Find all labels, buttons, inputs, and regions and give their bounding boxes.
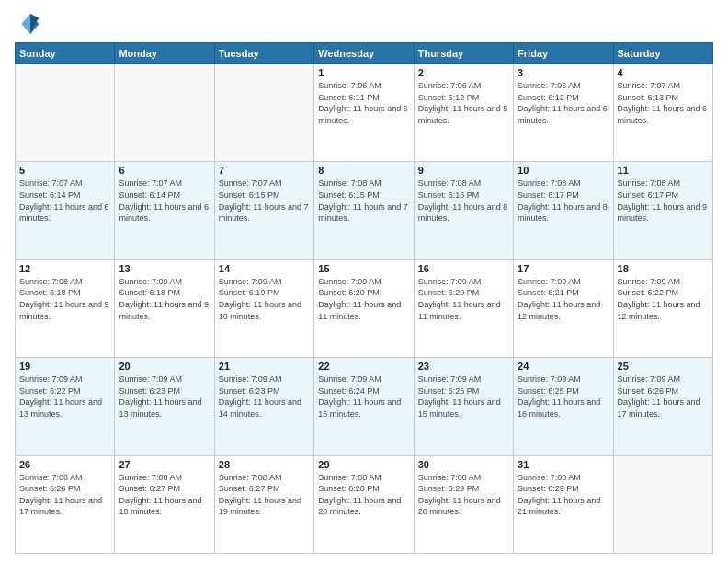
- header: [15, 11, 713, 37]
- day-info: Sunrise: 7:07 AM Sunset: 6:14 PM Dayligh…: [19, 178, 110, 224]
- day-number: 29: [318, 459, 409, 470]
- calendar-cell: 9Sunrise: 7:08 AM Sunset: 6:16 PM Daylig…: [414, 162, 513, 259]
- day-info: Sunrise: 7:06 AM Sunset: 6:12 PM Dayligh…: [418, 80, 509, 126]
- calendar-cell: 24Sunrise: 7:09 AM Sunset: 6:25 PM Dayli…: [514, 358, 613, 455]
- day-info: Sunrise: 7:08 AM Sunset: 6:17 PM Dayligh…: [618, 178, 709, 224]
- day-number: 17: [518, 263, 609, 274]
- day-info: Sunrise: 7:09 AM Sunset: 6:20 PM Dayligh…: [418, 276, 509, 322]
- day-info: Sunrise: 7:08 AM Sunset: 6:16 PM Dayligh…: [418, 178, 509, 224]
- day-number: 7: [219, 165, 310, 176]
- day-number: 22: [318, 361, 409, 372]
- calendar-cell: 18Sunrise: 7:09 AM Sunset: 6:22 PM Dayli…: [613, 259, 712, 357]
- day-number: 13: [119, 263, 210, 274]
- day-info: Sunrise: 7:09 AM Sunset: 6:25 PM Dayligh…: [418, 373, 509, 419]
- day-info: Sunrise: 7:09 AM Sunset: 6:23 PM Dayligh…: [119, 373, 210, 419]
- logo-icon: [15, 11, 40, 37]
- calendar-cell: 11Sunrise: 7:08 AM Sunset: 6:17 PM Dayli…: [613, 162, 712, 259]
- day-info: Sunrise: 7:08 AM Sunset: 6:26 PM Dayligh…: [19, 472, 110, 518]
- day-info: Sunrise: 7:08 AM Sunset: 6:28 PM Dayligh…: [318, 472, 409, 518]
- calendar-cell: 27Sunrise: 7:08 AM Sunset: 6:27 PM Dayli…: [115, 455, 214, 553]
- calendar-week-row: 12Sunrise: 7:08 AM Sunset: 6:18 PM Dayli…: [16, 259, 713, 357]
- day-number: 12: [19, 263, 110, 274]
- day-number: 20: [119, 361, 210, 372]
- day-info: Sunrise: 7:07 AM Sunset: 6:15 PM Dayligh…: [219, 178, 310, 224]
- day-number: 3: [518, 67, 609, 78]
- day-info: Sunrise: 7:09 AM Sunset: 6:18 PM Dayligh…: [119, 276, 210, 322]
- calendar-header-row: SundayMondayTuesdayWednesdayThursdayFrid…: [16, 43, 713, 64]
- day-number: 15: [318, 263, 409, 274]
- calendar-cell: 8Sunrise: 7:08 AM Sunset: 6:15 PM Daylig…: [314, 162, 414, 259]
- day-info: Sunrise: 7:09 AM Sunset: 6:19 PM Dayligh…: [219, 276, 310, 322]
- day-info: Sunrise: 7:09 AM Sunset: 6:22 PM Dayligh…: [618, 276, 709, 322]
- calendar-cell: [214, 64, 313, 162]
- calendar-cell: 28Sunrise: 7:08 AM Sunset: 6:27 PM Dayli…: [214, 455, 313, 553]
- day-number: 5: [19, 165, 110, 176]
- day-info: Sunrise: 7:09 AM Sunset: 6:25 PM Dayligh…: [518, 373, 609, 419]
- day-info: Sunrise: 7:08 AM Sunset: 6:27 PM Dayligh…: [219, 472, 310, 518]
- day-number: 9: [418, 165, 509, 176]
- calendar-cell: 13Sunrise: 7:09 AM Sunset: 6:18 PM Dayli…: [115, 259, 214, 357]
- calendar-cell: 7Sunrise: 7:07 AM Sunset: 6:15 PM Daylig…: [214, 162, 313, 259]
- day-info: Sunrise: 7:06 AM Sunset: 6:11 PM Dayligh…: [318, 80, 409, 126]
- calendar-week-row: 26Sunrise: 7:08 AM Sunset: 6:26 PM Dayli…: [16, 455, 713, 553]
- calendar-header-tuesday: Tuesday: [214, 43, 313, 64]
- day-number: 16: [418, 263, 509, 274]
- calendar-cell: 22Sunrise: 7:09 AM Sunset: 6:24 PM Dayli…: [314, 358, 414, 455]
- day-info: Sunrise: 7:09 AM Sunset: 6:20 PM Dayligh…: [318, 276, 409, 322]
- day-number: 10: [518, 165, 609, 176]
- logo: [15, 11, 44, 37]
- day-number: 19: [19, 361, 110, 372]
- day-number: 14: [219, 263, 310, 274]
- calendar-cell: [115, 64, 214, 162]
- day-number: 26: [19, 459, 110, 470]
- day-info: Sunrise: 7:09 AM Sunset: 6:24 PM Dayligh…: [318, 373, 409, 419]
- calendar-cell: 14Sunrise: 7:09 AM Sunset: 6:19 PM Dayli…: [214, 259, 313, 357]
- svg-marker-2: [22, 14, 30, 34]
- day-number: 23: [418, 361, 509, 372]
- calendar-cell: 30Sunrise: 7:08 AM Sunset: 6:29 PM Dayli…: [414, 455, 513, 553]
- day-number: 25: [618, 361, 709, 372]
- page: SundayMondayTuesdayWednesdayThursdayFrid…: [0, 0, 728, 563]
- calendar-header-friday: Friday: [514, 43, 613, 64]
- calendar-cell: 26Sunrise: 7:08 AM Sunset: 6:26 PM Dayli…: [16, 455, 115, 553]
- day-number: 1: [318, 67, 409, 78]
- day-number: 6: [119, 165, 210, 176]
- calendar-cell: 10Sunrise: 7:08 AM Sunset: 6:17 PM Dayli…: [514, 162, 613, 259]
- calendar-week-row: 1Sunrise: 7:06 AM Sunset: 6:11 PM Daylig…: [16, 64, 713, 162]
- day-info: Sunrise: 7:09 AM Sunset: 6:21 PM Dayligh…: [518, 276, 609, 322]
- day-number: 21: [219, 361, 310, 372]
- day-info: Sunrise: 7:08 AM Sunset: 6:18 PM Dayligh…: [19, 276, 110, 322]
- day-number: 24: [518, 361, 609, 372]
- day-info: Sunrise: 7:08 AM Sunset: 6:15 PM Dayligh…: [318, 178, 409, 224]
- day-info: Sunrise: 7:08 AM Sunset: 6:29 PM Dayligh…: [418, 472, 509, 518]
- calendar-week-row: 5Sunrise: 7:07 AM Sunset: 6:14 PM Daylig…: [16, 162, 713, 259]
- calendar-cell: 29Sunrise: 7:08 AM Sunset: 6:28 PM Dayli…: [314, 455, 414, 553]
- day-number: 28: [219, 459, 310, 470]
- calendar-week-row: 19Sunrise: 7:09 AM Sunset: 6:22 PM Dayli…: [16, 358, 713, 455]
- day-info: Sunrise: 7:09 AM Sunset: 6:23 PM Dayligh…: [219, 373, 310, 419]
- calendar-cell: 4Sunrise: 7:07 AM Sunset: 6:13 PM Daylig…: [613, 64, 712, 162]
- calendar-header-thursday: Thursday: [414, 43, 513, 64]
- calendar-header-monday: Monday: [115, 43, 214, 64]
- calendar-cell: 1Sunrise: 7:06 AM Sunset: 6:11 PM Daylig…: [314, 64, 414, 162]
- calendar-cell: 15Sunrise: 7:09 AM Sunset: 6:20 PM Dayli…: [314, 259, 414, 357]
- calendar-cell: 31Sunrise: 7:08 AM Sunset: 6:29 PM Dayli…: [514, 455, 613, 553]
- calendar-header-wednesday: Wednesday: [314, 43, 414, 64]
- calendar-cell: 2Sunrise: 7:06 AM Sunset: 6:12 PM Daylig…: [414, 64, 513, 162]
- calendar-cell: 25Sunrise: 7:09 AM Sunset: 6:26 PM Dayli…: [613, 358, 712, 455]
- day-number: 18: [618, 263, 709, 274]
- calendar-header-sunday: Sunday: [16, 43, 115, 64]
- day-info: Sunrise: 7:07 AM Sunset: 6:14 PM Dayligh…: [119, 178, 210, 224]
- day-number: 27: [119, 459, 210, 470]
- day-number: 31: [518, 459, 609, 470]
- calendar-header-saturday: Saturday: [613, 43, 712, 64]
- day-info: Sunrise: 7:09 AM Sunset: 6:26 PM Dayligh…: [618, 373, 709, 419]
- calendar-cell: [613, 455, 712, 553]
- calendar-cell: 5Sunrise: 7:07 AM Sunset: 6:14 PM Daylig…: [16, 162, 115, 259]
- day-info: Sunrise: 7:08 AM Sunset: 6:29 PM Dayligh…: [518, 472, 609, 518]
- day-number: 11: [618, 165, 709, 176]
- calendar-cell: 12Sunrise: 7:08 AM Sunset: 6:18 PM Dayli…: [16, 259, 115, 357]
- calendar-cell: 17Sunrise: 7:09 AM Sunset: 6:21 PM Dayli…: [514, 259, 613, 357]
- day-info: Sunrise: 7:08 AM Sunset: 6:17 PM Dayligh…: [518, 178, 609, 224]
- calendar-cell: [16, 64, 115, 162]
